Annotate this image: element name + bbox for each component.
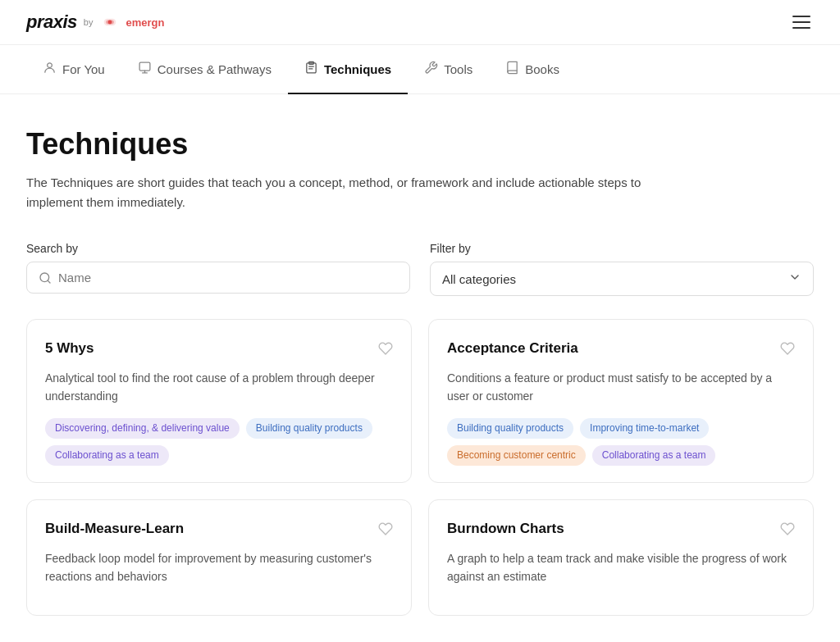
- card-title: Build-Measure-Learn: [45, 520, 184, 538]
- card-title: Acceptance Criteria: [447, 339, 578, 357]
- card-title: 5 Whys: [45, 339, 94, 357]
- logo-area: praxis by emergn: [26, 11, 164, 33]
- card-header: 5 Whys: [45, 339, 393, 360]
- nav-item-for-you[interactable]: For You: [26, 46, 121, 94]
- nav-label-tools: Tools: [444, 62, 472, 76]
- svg-line-8: [48, 280, 50, 283]
- search-label: Search by: [26, 242, 410, 255]
- card-description: A graph to help a team track and make vi…: [447, 550, 795, 585]
- cards-grid: 5 Whys Analytical tool to find the root …: [26, 319, 814, 616]
- card-acceptance-criteria[interactable]: Acceptance Criteria Conditions a feature…: [428, 319, 814, 483]
- tag: Improving time-to-market: [580, 418, 709, 439]
- card-burndown-charts[interactable]: Burndown Charts A graph to help a team t…: [428, 499, 814, 616]
- card-header: Build-Measure-Learn: [45, 520, 393, 540]
- hamburger-menu[interactable]: [789, 12, 814, 32]
- nav-label-books: Books: [525, 62, 559, 76]
- nav-label-courses-pathways: Courses & Pathways: [158, 62, 272, 76]
- page-description: The Techniques are short guides that tea…: [26, 173, 699, 212]
- heart-icon[interactable]: [378, 521, 393, 540]
- logo-by: by: [84, 17, 94, 27]
- svg-point-1: [48, 63, 52, 68]
- card-5-whys[interactable]: 5 Whys Analytical tool to find the root …: [26, 319, 412, 483]
- main-content: Techniques The Techniques are short guid…: [0, 94, 840, 642]
- svg-point-0: [108, 20, 112, 25]
- main-nav: For You Courses & Pathways Techniques To…: [0, 45, 840, 94]
- site-header: praxis by emergn: [0, 0, 840, 45]
- card-description: Conditions a feature or product must sat…: [447, 370, 795, 405]
- logo-text: praxis: [26, 11, 77, 33]
- heart-icon[interactable]: [378, 341, 393, 360]
- nav-label-for-you: For You: [62, 62, 105, 76]
- card-header: Burndown Charts: [447, 520, 795, 540]
- tags: Building quality productsImproving time-…: [447, 418, 795, 466]
- book-icon: [505, 61, 519, 78]
- courses-icon: [138, 61, 152, 78]
- nav-item-tools[interactable]: Tools: [408, 46, 489, 94]
- filter-label: Filter by: [430, 242, 814, 255]
- clipboard-icon: [304, 61, 318, 78]
- page-title: Techniques: [26, 127, 814, 162]
- card-description: Feedback loop model for improvement by m…: [45, 550, 393, 585]
- nav-item-books[interactable]: Books: [489, 46, 576, 94]
- tag: Collaborating as a team: [592, 445, 716, 466]
- svg-rect-2: [139, 62, 150, 71]
- tag: Becoming customer centric: [447, 445, 586, 466]
- emergn-logo-icon: [101, 16, 119, 29]
- tag: Building quality products: [447, 418, 573, 439]
- wrench-icon: [424, 61, 438, 78]
- card-title: Burndown Charts: [447, 520, 564, 538]
- emergn-label: emergn: [126, 16, 164, 29]
- heart-icon[interactable]: [780, 341, 795, 360]
- tags: Discovering, defining, & delivering valu…: [45, 418, 393, 466]
- search-filter-row: Search by Filter by All categories: [26, 242, 814, 296]
- nav-item-techniques[interactable]: Techniques: [288, 46, 408, 94]
- card-build-measure-learn[interactable]: Build-Measure-Learn Feedback loop model …: [26, 499, 412, 616]
- person-icon: [43, 61, 57, 78]
- nav-label-techniques: Techniques: [324, 62, 391, 76]
- nav-item-courses-pathways[interactable]: Courses & Pathways: [121, 46, 288, 94]
- search-input[interactable]: [58, 271, 398, 285]
- card-header: Acceptance Criteria: [447, 339, 795, 360]
- filter-field-group: Filter by All categories: [430, 242, 814, 296]
- chevron-down-icon: [788, 271, 801, 287]
- tag: Building quality products: [246, 418, 372, 439]
- filter-select[interactable]: All categories: [430, 262, 814, 296]
- heart-icon[interactable]: [780, 521, 795, 540]
- tag: Discovering, defining, & delivering valu…: [45, 418, 240, 439]
- search-input-wrapper[interactable]: [26, 262, 410, 294]
- filter-value: All categories: [442, 272, 516, 286]
- tag: Collaborating as a team: [45, 445, 169, 466]
- search-field-group: Search by: [26, 242, 410, 296]
- card-description: Analytical tool to find the root cause o…: [45, 370, 393, 405]
- search-icon: [39, 271, 52, 285]
